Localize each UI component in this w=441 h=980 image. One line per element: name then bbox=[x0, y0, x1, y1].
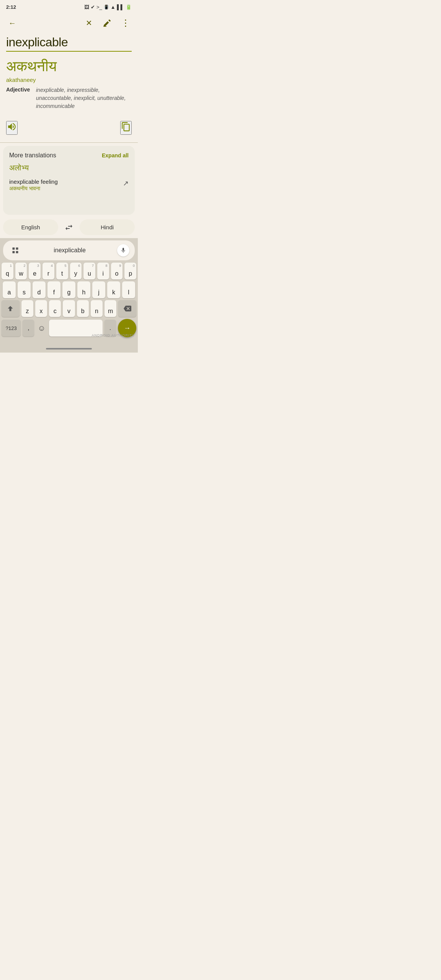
result-area: अकथनीय akathaneey Adjective inexplicable… bbox=[0, 52, 138, 115]
key-p[interactable]: p0 bbox=[124, 263, 136, 279]
key-t[interactable]: t5 bbox=[56, 263, 68, 279]
key-f[interactable]: f bbox=[47, 281, 60, 298]
gallery-icon: 🖼 bbox=[84, 4, 89, 10]
open-phrase-icon[interactable]: ↗ bbox=[123, 179, 129, 188]
signal-icon: ▌▌ bbox=[117, 4, 124, 10]
svg-rect-2 bbox=[16, 248, 18, 250]
swap-languages-button[interactable] bbox=[61, 220, 77, 235]
key-r[interactable]: r4 bbox=[42, 263, 54, 279]
keyboard-grid-button[interactable] bbox=[8, 243, 22, 257]
phrase-row: inexplicable feeling अकथनीय भावना ↗ bbox=[9, 175, 129, 195]
back-button[interactable]: ← bbox=[5, 15, 20, 31]
key-y[interactable]: y6 bbox=[70, 263, 82, 279]
home-indicator bbox=[0, 342, 138, 353]
keyboard: inexplicable q1 w2 e3 r4 t5 y6 u7 i8 o9 … bbox=[0, 238, 138, 342]
search-input[interactable] bbox=[6, 35, 132, 52]
keyboard-row-3: z x c v b n m bbox=[2, 300, 136, 317]
hindi-word: अकथनीय bbox=[6, 58, 132, 75]
key-k[interactable]: k bbox=[107, 281, 120, 298]
shift-button[interactable] bbox=[2, 300, 20, 317]
pos-synonyms: inexplicable, inexpressible, unaccountab… bbox=[36, 86, 132, 110]
status-time: 2:12 bbox=[6, 4, 16, 10]
speaker-button[interactable] bbox=[6, 121, 18, 135]
keyboard-search-bar: inexplicable bbox=[3, 240, 135, 260]
toolbar: ← ✕ ⋮ bbox=[0, 12, 138, 34]
key-z[interactable]: z bbox=[21, 300, 33, 317]
action-row bbox=[0, 116, 138, 139]
close-button[interactable]: ✕ bbox=[81, 15, 96, 31]
svg-rect-1 bbox=[13, 248, 15, 250]
num-mode-button[interactable]: ?123 bbox=[2, 320, 21, 336]
keyboard-mic-button[interactable] bbox=[117, 244, 129, 256]
emoji-button[interactable]: ☺ bbox=[36, 324, 47, 333]
key-l[interactable]: l bbox=[122, 281, 135, 298]
keyboard-input-text: inexplicable bbox=[22, 247, 117, 254]
pos-label: Adjective bbox=[6, 86, 33, 93]
toolbar-right: ✕ ⋮ bbox=[81, 15, 133, 31]
input-area bbox=[0, 34, 138, 52]
vibrate-icon: 📳 bbox=[104, 5, 109, 10]
key-b[interactable]: b bbox=[77, 300, 89, 317]
key-g[interactable]: g bbox=[62, 281, 75, 298]
lang-switch: English Hindi bbox=[3, 219, 135, 235]
annotate-button[interactable] bbox=[100, 15, 115, 31]
attribution: ANDROID AUTHORITY bbox=[91, 333, 135, 337]
status-bar: 2:12 🖼 ✔ >_ 📳 ▲ ▌▌ 🔋 bbox=[0, 0, 138, 12]
wifi-icon: ▲ bbox=[111, 4, 116, 10]
key-h[interactable]: h bbox=[77, 281, 90, 298]
pos-row: Adjective inexplicable, inexpressible, u… bbox=[6, 86, 132, 110]
keyboard-row-1: q1 w2 e3 r4 t5 y6 u7 i8 o9 p0 bbox=[2, 263, 136, 279]
more-translations-panel: More translations Expand all अलोभ्य inex… bbox=[3, 146, 135, 215]
key-m[interactable]: m bbox=[105, 300, 116, 317]
more-button[interactable]: ⋮ bbox=[118, 15, 133, 31]
svg-rect-3 bbox=[13, 251, 15, 253]
key-w[interactable]: w2 bbox=[15, 263, 27, 279]
key-i[interactable]: i8 bbox=[97, 263, 109, 279]
key-d[interactable]: d bbox=[33, 281, 46, 298]
key-s[interactable]: s bbox=[18, 281, 31, 298]
key-comma[interactable]: , bbox=[23, 320, 34, 336]
phrase-english: inexplicable feeling bbox=[9, 178, 58, 185]
key-a[interactable]: a bbox=[3, 281, 16, 298]
key-q[interactable]: q1 bbox=[2, 263, 13, 279]
key-o[interactable]: o9 bbox=[111, 263, 123, 279]
more-header: More translations Expand all bbox=[9, 152, 129, 159]
svg-rect-4 bbox=[16, 251, 18, 253]
source-lang-button[interactable]: English bbox=[3, 219, 58, 235]
hindi-alt-word: अलोभ्य bbox=[9, 163, 129, 172]
key-n[interactable]: n bbox=[91, 300, 103, 317]
transliteration: akathaneey bbox=[6, 77, 132, 83]
home-bar bbox=[46, 348, 92, 350]
backspace-button[interactable] bbox=[118, 300, 136, 317]
annotate-icon bbox=[103, 18, 112, 28]
phrase-left: inexplicable feeling अकथनीय भावना bbox=[9, 178, 58, 192]
check-icon: ✔ bbox=[91, 4, 95, 10]
key-x[interactable]: x bbox=[35, 300, 47, 317]
copy-button[interactable] bbox=[120, 121, 132, 135]
keyboard-row-2: a s d f g h j k l bbox=[2, 281, 136, 298]
expand-all-button[interactable]: Expand all bbox=[102, 152, 129, 158]
battery-icon: 🔋 bbox=[126, 4, 132, 10]
toolbar-left: ← bbox=[5, 15, 20, 31]
key-e[interactable]: e3 bbox=[29, 263, 41, 279]
terminal-icon: >_ bbox=[96, 4, 102, 10]
key-j[interactable]: j bbox=[92, 281, 105, 298]
divider bbox=[0, 142, 138, 143]
key-u[interactable]: u7 bbox=[83, 263, 95, 279]
key-c[interactable]: c bbox=[49, 300, 61, 317]
target-lang-button[interactable]: Hindi bbox=[80, 219, 135, 235]
key-v[interactable]: v bbox=[63, 300, 75, 317]
more-translations-title: More translations bbox=[9, 152, 56, 159]
status-icons: 🖼 ✔ >_ 📳 ▲ ▌▌ 🔋 bbox=[84, 4, 132, 10]
phrase-hindi: अकथनीय भावना bbox=[9, 186, 58, 192]
